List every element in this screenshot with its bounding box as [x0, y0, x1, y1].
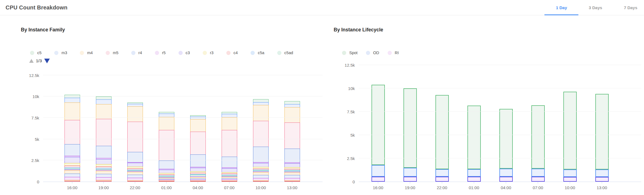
x-slot: 16:00 — [362, 182, 394, 194]
legend-swatch-icon — [203, 51, 207, 55]
x-slot: 01:00 — [458, 182, 490, 194]
tab-1-day[interactable]: 1 Day — [556, 0, 567, 15]
stacked-bar-16:00[interactable] — [371, 85, 385, 182]
bar-segment-Spot — [499, 109, 513, 169]
stacked-bar-10:00[interactable] — [563, 92, 577, 182]
legend-item-OD[interactable]: OD — [366, 51, 379, 55]
bar-segment-unnamed — [127, 178, 143, 180]
legend-item-c5[interactable]: c5 — [30, 51, 41, 55]
stacked-bar-07:00[interactable] — [531, 105, 545, 182]
x-slot: 19:00 — [88, 182, 119, 194]
x-tick-label: 16:00 — [67, 185, 78, 190]
gridline — [43, 75, 323, 75]
legend-item-m4[interactable]: m4 — [80, 51, 93, 55]
bar-segment-RI — [531, 177, 545, 182]
tab-3-days[interactable]: 3 Days — [589, 0, 602, 15]
bar-segment-m5 — [127, 122, 143, 152]
legend-item-r3[interactable]: r3 — [203, 51, 214, 55]
legend-swatch-icon — [30, 51, 34, 55]
bar-segment-m5 — [96, 119, 112, 146]
legend-page-down-icon[interactable] — [44, 59, 50, 63]
bar-segment-unnamed — [253, 175, 269, 178]
legend-label: m3 — [61, 51, 67, 55]
x-tick-mark — [410, 182, 410, 184]
instance-lifecycle-panel: By Instance Lifecycle SpotODRI 02.5k5k7.… — [331, 15, 641, 194]
bar-segment-r4 — [190, 154, 206, 167]
x-slot: 10:00 — [245, 182, 276, 194]
x-tick-mark — [72, 182, 72, 184]
y-tick-label: 0 — [353, 179, 355, 185]
stacked-bar-13:00[interactable] — [595, 94, 609, 182]
stacked-bar-01:00[interactable] — [159, 112, 174, 182]
chart-title-instance-family: By Instance Family — [21, 27, 323, 35]
legend-item-c5ad[interactable]: c5ad — [277, 51, 293, 55]
legend-swatch-icon — [388, 51, 392, 55]
bar-segment-unnamed — [96, 171, 112, 174]
bar-segment-RI — [563, 177, 577, 182]
plot-area — [43, 65, 323, 182]
legend-item-m5[interactable]: m5 — [106, 51, 118, 55]
bar-segment-m3 — [127, 104, 143, 106]
legend-item-r4[interactable]: r4 — [131, 51, 142, 55]
bar-slot-22:00 — [119, 65, 151, 182]
stacked-bar-19:00[interactable] — [403, 88, 417, 182]
bar-segment-c3 — [253, 163, 269, 167]
y-tick-label: 7.5k — [347, 109, 355, 115]
bar-segment-unnamed — [284, 178, 300, 180]
bar-segment-m4 — [190, 119, 206, 131]
page-header: CPU Count Breakdown 1 Day 3 Days 7 Days — [0, 0, 644, 15]
stacked-bar-13:00[interactable] — [284, 101, 300, 182]
bar-slot-13:00 — [276, 65, 308, 182]
stacked-bar-16:00[interactable] — [65, 95, 80, 182]
legend-item-c3[interactable]: c3 — [179, 51, 190, 55]
bar-segment-m3 — [284, 104, 300, 107]
stacked-bar-01:00[interactable] — [467, 106, 481, 182]
legend-item-m3[interactable]: m3 — [54, 51, 67, 55]
stacked-bar-10:00[interactable] — [253, 99, 269, 182]
bar-segment-OD — [435, 169, 449, 177]
bar-segment-c3 — [190, 168, 206, 172]
gridline — [43, 139, 323, 139]
legend-item-Spot[interactable]: Spot — [342, 51, 358, 55]
bar-segment-unnamed — [222, 181, 237, 182]
legend-item-c5a[interactable]: c5a — [251, 51, 264, 55]
bar-segment-r4 — [222, 157, 237, 168]
bar-segment-OD — [563, 169, 577, 177]
bar-segment-c5 — [222, 112, 237, 114]
bar-slot-19:00 — [88, 65, 119, 182]
instance-family-panel: By Instance Family c5m3m4m5r4r5c3r3c4c5a… — [17, 15, 323, 194]
tab-7-days[interactable]: 7 Days — [624, 0, 637, 15]
stacked-bar-07:00[interactable] — [222, 112, 237, 182]
x-tick-label: 19:00 — [405, 185, 415, 190]
y-axis: 02.5k5k7.5k10k12.5k — [17, 65, 43, 182]
y-tick-label: 12.5k — [345, 62, 355, 68]
bar-segment-c3 — [222, 168, 237, 172]
legend-item-r5[interactable]: r5 — [155, 51, 166, 55]
bar-segment-RI — [499, 177, 513, 182]
bar-segment-OD — [403, 168, 417, 177]
bar-segment-unnamed — [127, 175, 143, 178]
x-axis: 16:0019:0022:0001:0004:0007:0010:0013:00 — [331, 182, 641, 194]
bar-segment-m3 — [253, 102, 269, 105]
stacked-bar-22:00[interactable] — [435, 95, 449, 182]
bar-segment-unnamed — [253, 172, 269, 175]
x-tick-mark — [292, 182, 292, 184]
legend-swatch-icon — [226, 51, 231, 55]
stacked-bar-22:00[interactable] — [127, 102, 143, 182]
bar-segment-unnamed — [127, 172, 143, 175]
legend-page-up-icon[interactable] — [29, 59, 34, 63]
stacked-bar-04:00[interactable] — [190, 115, 206, 182]
legend-item-RI[interactable]: RI — [388, 51, 399, 55]
x-slot: 04:00 — [490, 182, 522, 194]
bar-segment-m5 — [284, 122, 300, 149]
bar-segment-m4 — [159, 117, 174, 130]
legend-item-c4[interactable]: c4 — [226, 51, 238, 55]
bar-segment-m5 — [222, 130, 237, 156]
y-tick-label: 10k — [33, 94, 39, 99]
bar-segment-Spot — [467, 106, 481, 169]
stacked-bar-04:00[interactable] — [499, 109, 513, 182]
bar-segment-m3 — [190, 117, 206, 119]
legend-swatch-icon — [366, 51, 370, 55]
bar-segment-c3 — [159, 170, 174, 173]
x-tick-mark — [442, 182, 442, 184]
